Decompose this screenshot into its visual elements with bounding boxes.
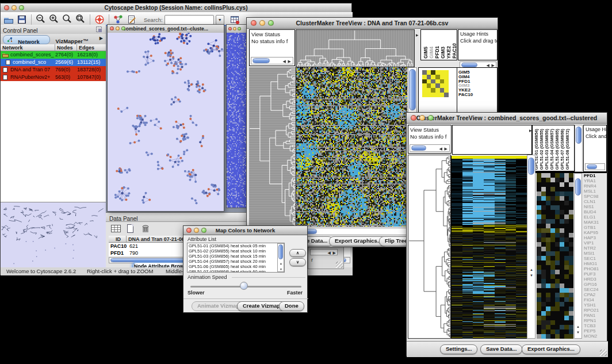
new-attribute-icon[interactable] [125,223,137,235]
expression-heatmap[interactable] [451,156,527,339]
scroll-right-arrow[interactable]: ▶ [288,59,291,64]
scroll-up-arrow[interactable]: ▲ [530,267,533,272]
col-header-network[interactable]: Network [2,45,23,51]
close-button[interactable] [4,5,9,10]
zoom-window-button[interactable] [268,20,274,26]
scrollbar-thumb[interactable] [278,244,283,259]
expression-heatmap[interactable] [296,67,407,227]
gene-label[interactable]: HMG1 [584,261,608,266]
scrollbar-thumb[interactable] [575,178,581,196]
gene-label[interactable]: ELG1 [584,214,608,220]
annotation-icon[interactable] [126,14,137,25]
dense-network-canvas[interactable] [227,33,248,208]
gene-label[interactable]: RPN1 [584,318,608,323]
done-button[interactable]: Done [279,301,304,311]
scroll-up-arrow[interactable]: ▲ [280,261,282,266]
column-tree-area[interactable] [452,125,532,155]
gene-label[interactable]: MON2 [584,334,608,339]
view-status-hscrollbar[interactable]: ◀ ▶ [251,57,293,64]
gene-label[interactable]: YRA1 [584,178,608,183]
zoom-fit-icon[interactable] [62,14,73,25]
gene-label[interactable]: HAP3 [584,235,608,240]
detail-heatmap[interactable] [537,173,573,339]
zoom-selected-icon[interactable] [75,14,86,25]
help-lifering-icon[interactable] [94,14,105,25]
scrollbar-thumb[interactable] [253,58,270,63]
array-label[interactable]: GPL51-03 (GSM856) [544,129,549,170]
array-label[interactable]: GPL51-06 (GSM865) [554,129,560,170]
gene-label[interactable]: PHO81 [584,266,608,271]
close-button[interactable] [186,228,192,233]
frame-close-button[interactable] [228,27,232,30]
move-down-button[interactable]: ∨ [289,258,306,266]
row-dendrogram[interactable] [408,155,451,339]
scroll-down-arrow[interactable]: ▼ [530,273,533,278]
array-label[interactable]: GPL51-04 (GSM857) [549,129,554,170]
gene-label[interactable]: PAN1 [584,313,608,318]
gene-label[interactable]: GTB1 [584,225,608,230]
column-label[interactable]: GIM3 [440,47,446,59]
main-titlebar[interactable]: Cytoscape Desktop (Session Name: collins… [1,3,351,13]
data-col-attr[interactable]: DNA and Tran 07-21-06... [128,236,189,242]
search-input[interactable] [165,15,214,25]
frame-minimize-button[interactable] [233,27,236,30]
frame-zoom-button[interactable] [238,27,241,30]
close-button[interactable] [251,20,257,26]
zoom-in-icon[interactable] [48,14,60,25]
gene-label[interactable]: BUD4 [584,209,608,214]
gene-label[interactable]: PFD1 [584,173,608,178]
network-row-rnapuber[interactable]: RNAPuberNov2+ 563(0) 107847(0) [1,74,106,81]
gene-label[interactable]: HRD3 [584,277,608,282]
column-label[interactable]: GIM5 [423,47,429,59]
network-overview-panel[interactable] [1,202,106,268]
expand-arrow[interactable]: ▶ [416,33,419,37]
network-row-selected[interactable]: combined_sco 2569(6) 13112(15) [1,59,106,66]
data-col-id[interactable]: ID [116,236,121,242]
import-table-icon[interactable] [229,14,240,25]
gene-label[interactable]: CLN1 [584,199,608,204]
column-dendrogram[interactable] [296,29,415,67]
array-label[interactable]: GPL51-02 (GSM855) [539,129,544,170]
zoom-window-button[interactable] [428,115,434,121]
view-status-hscrollbar[interactable]: ◀ ▶ [410,144,450,152]
gene-label[interactable]: MAK31 [584,220,608,225]
minimize-button[interactable] [12,5,17,10]
attribute-list-item[interactable]: GPL51-07 (GSM868) heat shock 60 min [188,270,284,273]
similarity-matrix[interactable] [422,70,449,97]
settings-button[interactable]: Settings... [440,344,477,354]
array-labels-vscrollbar[interactable] [575,125,583,172]
col-header-nodes[interactable]: Nodes [57,45,73,51]
save-data-button[interactable]: Save Data... [480,344,522,354]
scrollbar-thumb[interactable] [576,127,582,144]
scroll-down-arrow[interactable]: ▼ [280,267,282,271]
column-label[interactable]: PAC10 [452,43,457,59]
minimize-button[interactable] [259,20,265,26]
network-row-combined-scores[interactable]: combined_scores_ 2764(0) 16218(0) [1,51,106,59]
tab-overflow-arrow[interactable]: ▶ [100,36,103,41]
gene-label[interactable]: RNR4 [584,183,608,189]
gene-label[interactable]: PUF3 [584,271,608,277]
array-label[interactable]: GPL51-07 (GSM868) [560,129,565,170]
network-view-canvas[interactable] [108,33,224,211]
attribute-list[interactable]: GPL51-01 (GSM854) heat shock 05 minGPL51… [187,243,285,273]
frame-minimize-button[interactable] [116,26,120,30]
resize-grip[interactable] [336,262,343,268]
scroll-left-arrow[interactable]: ◀ [328,251,331,255]
usage-hints-hscrollbar[interactable] [585,163,605,170]
scrollbar-thumb[interactable] [461,63,477,67]
zoom-window-button[interactable] [19,5,24,10]
scroll-right-arrow[interactable]: ▶ [333,251,336,255]
delete-attribute-icon[interactable] [140,223,152,235]
row-dendrogram[interactable] [249,67,296,227]
scroll-left-arrow[interactable]: ◀ [283,59,286,64]
column-label[interactable]: YKE2 [446,46,452,59]
zoom-out-icon[interactable] [35,14,47,25]
gene-list-vscrollbar[interactable]: ▲ ▼ [574,173,582,339]
gene-label[interactable]: YSH1 [584,302,608,308]
gene-row-label[interactable]: PAC10 [458,93,473,97]
gene-label[interactable]: NIS1 [584,204,608,209]
move-up-button[interactable]: ∧ [289,249,306,257]
gene-label[interactable]: PEP5 [584,328,608,334]
scroll-down-arrow[interactable]: ▼ [576,330,580,335]
scrollbar-thumb[interactable] [411,145,426,151]
